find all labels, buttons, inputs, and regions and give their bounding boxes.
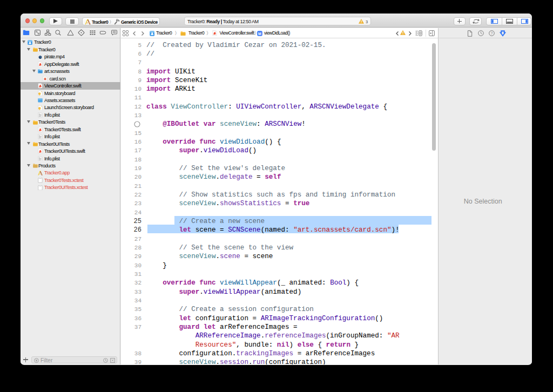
svg-text:M: M xyxy=(258,31,261,35)
svg-text:?: ? xyxy=(490,31,493,35)
